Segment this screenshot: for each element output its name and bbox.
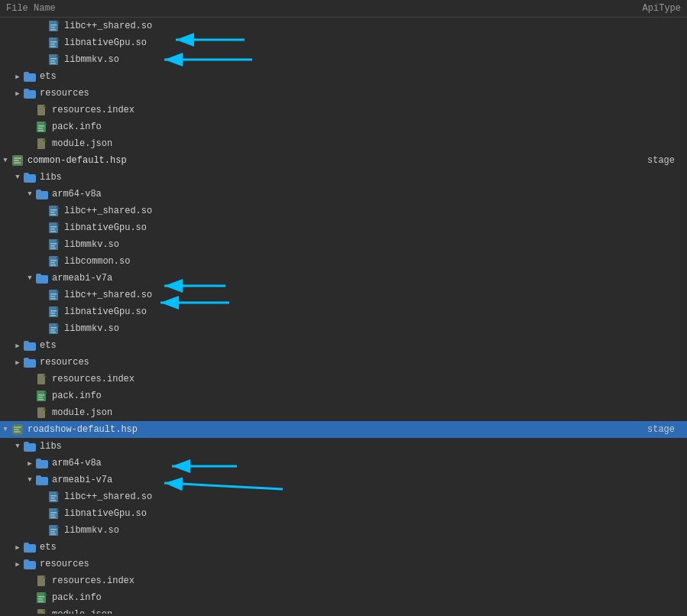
pack-icon <box>35 390 49 402</box>
svg-marker-6 <box>57 37 60 41</box>
folder-icon <box>35 474 49 486</box>
svg-rect-33 <box>24 173 29 176</box>
tree-row[interactable]: module.json <box>0 606 687 614</box>
file-label: arm64-v8a <box>52 458 102 468</box>
expand-icon[interactable]: ▶ <box>12 560 23 569</box>
file-icon <box>35 104 49 116</box>
svg-marker-78 <box>44 374 47 377</box>
svg-rect-76 <box>24 358 29 361</box>
tree-row[interactable]: libmmkv.so <box>0 51 687 68</box>
tree-row[interactable]: libnativeGpu.so <box>0 34 687 51</box>
file-icon <box>35 138 49 150</box>
file-label: libcommon.so <box>64 256 130 267</box>
tree-row[interactable]: libc++_shared.so <box>0 488 687 505</box>
tree-row[interactable]: ▶ resources <box>0 556 687 572</box>
api-type-label: stage <box>635 424 681 435</box>
svg-rect-103 <box>50 512 57 514</box>
svg-rect-105 <box>50 517 56 518</box>
expand-icon[interactable]: ▶ <box>12 89 23 98</box>
svg-rect-44 <box>50 229 55 230</box>
tree-row[interactable]: ▶ resources <box>0 85 687 102</box>
so-icon <box>47 255 61 267</box>
tree-row[interactable]: libmmkv.so <box>0 236 687 253</box>
tree-row[interactable]: pack.info <box>0 118 687 135</box>
svg-rect-3 <box>50 27 55 28</box>
tree-row[interactable]: ▼ libs <box>0 438 687 455</box>
tree-row[interactable]: libnativeGpu.so <box>0 219 687 236</box>
expand-icon[interactable]: ▶ <box>12 73 23 81</box>
tree-row[interactable]: ▶ resources <box>0 354 687 371</box>
expand-icon[interactable]: ▶ <box>12 543 23 552</box>
svg-rect-54 <box>50 262 55 264</box>
tree-row[interactable]: ▼ arm64-v8a <box>0 186 687 203</box>
collapse-icon[interactable]: ▼ <box>24 190 35 198</box>
svg-rect-16 <box>24 72 29 75</box>
svg-rect-91 <box>24 442 29 445</box>
header-filename: File Name <box>6 3 56 14</box>
file-label: libs <box>40 441 62 452</box>
tree-row[interactable]: libmmkv.so <box>0 522 687 539</box>
tree-row[interactable]: libnativeGpu.so <box>0 505 687 522</box>
file-label: libc++_shared.so <box>64 290 152 300</box>
file-label: common-default.hsp <box>28 155 127 166</box>
file-tree-container: File Name ApiType libc++_shared.so libna… <box>0 0 687 616</box>
collapse-icon[interactable]: ▼ <box>0 157 11 164</box>
tree-row[interactable]: ▶ ets <box>0 68 687 85</box>
tree-row[interactable]: libc++_shared.so <box>0 287 687 303</box>
tree-row[interactable]: ▼ libs <box>0 169 687 186</box>
svg-rect-70 <box>50 327 57 329</box>
tree-row[interactable]: libcommon.so <box>0 253 687 270</box>
tree-row[interactable]: libc++_shared.so <box>0 18 687 34</box>
tree-row[interactable]: module.json <box>0 404 687 421</box>
svg-rect-82 <box>38 397 43 398</box>
svg-rect-4 <box>50 29 56 31</box>
tree-row[interactable]: ▼ common-default.hspstage <box>0 152 687 169</box>
file-label: resources.index <box>52 374 134 384</box>
tree-row[interactable]: ▶ ets <box>0 539 687 556</box>
svg-rect-35 <box>36 190 41 193</box>
so-icon <box>47 491 61 503</box>
tree-row[interactable]: module.json <box>0 135 687 152</box>
collapse-icon[interactable]: ▼ <box>12 443 23 450</box>
tree-row[interactable]: ▶ arm64-v8a <box>0 455 687 472</box>
file-label: ets <box>40 71 57 82</box>
tree-row[interactable]: libmmkv.so <box>0 320 687 337</box>
file-label: libc++_shared.so <box>64 491 152 502</box>
folder-icon <box>23 70 37 83</box>
tree-row[interactable]: ▼ armeabi-v7a <box>0 472 687 488</box>
tree-row[interactable]: resources.index <box>0 572 687 589</box>
tree-row[interactable]: pack.info <box>0 387 687 404</box>
file-label: libs <box>40 172 62 183</box>
svg-rect-48 <box>50 243 57 245</box>
collapse-icon[interactable]: ▼ <box>24 274 35 282</box>
tree-row[interactable]: libc++_shared.so <box>0 203 687 219</box>
svg-rect-43 <box>50 226 57 228</box>
tree-row[interactable]: ▼ armeabi-v7a <box>0 270 687 287</box>
collapse-icon[interactable]: ▼ <box>12 173 23 181</box>
svg-rect-104 <box>50 514 55 516</box>
tree-row[interactable]: ▶ ets <box>0 337 687 354</box>
tree-body[interactable]: libc++_shared.so libnativeGpu.so libmmkv… <box>0 18 687 614</box>
expand-icon[interactable]: ▶ <box>24 459 35 468</box>
svg-marker-47 <box>57 239 60 242</box>
collapse-icon[interactable]: ▼ <box>0 426 11 433</box>
api-type-label: stage <box>635 155 681 166</box>
tree-row[interactable]: resources.index <box>0 102 687 118</box>
tree-row[interactable]: pack.info <box>0 589 687 606</box>
tree-row[interactable]: ▼ roadshow-default.hspstage <box>0 421 687 438</box>
svg-rect-9 <box>50 46 56 47</box>
tree-row[interactable]: libnativeGpu.so <box>0 303 687 320</box>
table-header: File Name ApiType <box>0 0 687 18</box>
svg-marker-11 <box>57 54 60 57</box>
collapse-icon[interactable]: ▼ <box>24 476 35 484</box>
folder-icon <box>35 272 49 284</box>
expand-icon[interactable]: ▶ <box>12 342 23 350</box>
so-icon <box>47 306 61 318</box>
svg-rect-23 <box>38 125 44 127</box>
svg-marker-52 <box>57 256 60 259</box>
tree-row[interactable]: resources.index <box>0 371 687 387</box>
svg-marker-69 <box>57 323 60 326</box>
expand-icon[interactable]: ▶ <box>12 358 23 367</box>
svg-marker-42 <box>57 222 60 225</box>
svg-rect-31 <box>14 162 21 164</box>
